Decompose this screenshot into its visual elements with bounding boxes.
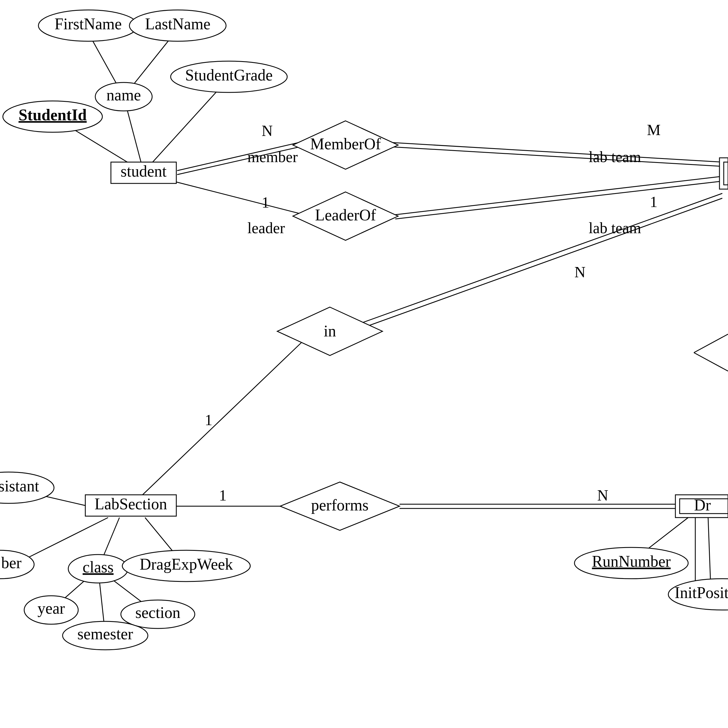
card-memberof-m: M	[647, 121, 661, 139]
label-student: student	[121, 162, 167, 180]
card-in-1: 1	[205, 411, 213, 428]
edge-in-labteam-b	[357, 198, 722, 330]
label-lastname: LastName	[145, 15, 210, 33]
card-memberof-n: N	[262, 122, 273, 139]
label-assistant: ssistant	[0, 477, 39, 495]
role-leader: leader	[248, 220, 285, 237]
edge-leaderof-labteam-a	[395, 176, 722, 215]
label-studentid: StudentId	[18, 106, 87, 124]
label-ber: ber	[1, 554, 21, 572]
label-semester: semester	[77, 625, 133, 643]
card-performs-n: N	[597, 487, 608, 504]
label-year: year	[38, 600, 65, 617]
edge-student-leaderof	[176, 182, 304, 215]
label-labsection: LabSection	[95, 495, 167, 513]
label-name: name	[106, 86, 141, 104]
label-memberof: MemberOf	[310, 135, 381, 153]
entity-labteam-inner	[724, 162, 728, 185]
edge-memberof-labteam-b	[390, 147, 722, 166]
edge-student-studentgrade	[144, 80, 228, 172]
edge-memberof-labteam-a	[391, 142, 722, 162]
card-in-n: N	[574, 264, 586, 281]
label-class: class	[83, 558, 114, 576]
label-dragexpweek: DragExpWeek	[140, 555, 233, 573]
label-runnumber: RunNumber	[592, 552, 671, 570]
card-leaderof-1a: 1	[262, 194, 269, 211]
label-leaderof: LeaderOf	[315, 206, 376, 224]
edge-right-rel-frag-b	[694, 353, 728, 371]
label-section: section	[135, 604, 180, 621]
label-dr: Dr	[694, 496, 711, 514]
role-labteam1: lab team	[589, 148, 641, 165]
role-member: member	[248, 148, 298, 165]
edge-in-labsection	[134, 340, 304, 503]
label-in: in	[324, 322, 336, 340]
label-initposition: InitPositi	[674, 584, 728, 601]
card-performs-1: 1	[219, 487, 226, 504]
card-leaderof-1b: 1	[650, 193, 658, 210]
edge-right-rel-frag-a	[694, 334, 728, 353]
role-labteam2: lab team	[589, 220, 641, 237]
er-diagram: FirstName LastName name StudentId Studen…	[0, 0, 728, 728]
label-studentgrade: StudentGrade	[185, 66, 273, 84]
edge-leaderof-labteam-b	[395, 181, 722, 219]
label-firstname: FirstName	[55, 15, 122, 33]
label-performs: performs	[311, 496, 369, 514]
